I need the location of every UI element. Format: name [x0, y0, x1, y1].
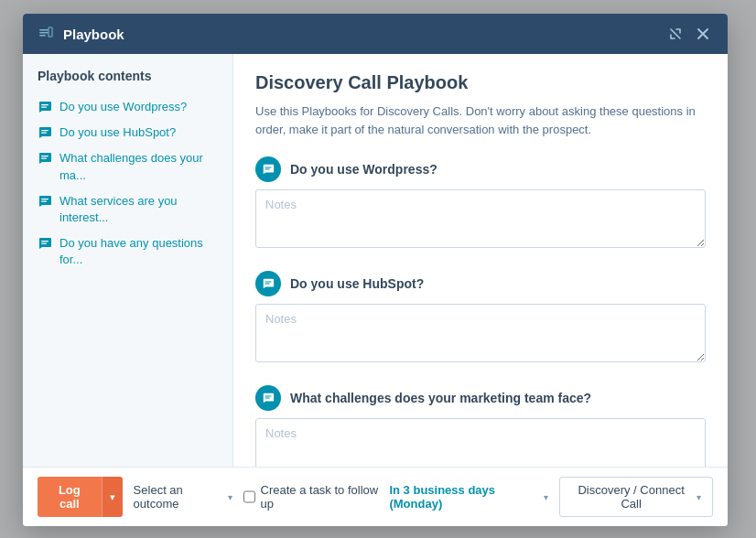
svg-rect-16 — [265, 284, 270, 285]
svg-rect-17 — [265, 395, 272, 396]
question-icon-3 — [255, 385, 281, 411]
svg-rect-2 — [39, 35, 46, 37]
task-followup-label: Create a task to follow up — [261, 483, 384, 511]
chat-icon-2 — [38, 125, 52, 140]
sidebar-item-text-q5: Do you have any questions for... — [59, 235, 218, 268]
svg-rect-8 — [41, 158, 47, 159]
question-text-3: What challenges does your marketing team… — [290, 391, 591, 405]
svg-rect-9 — [41, 199, 49, 199]
svg-rect-5 — [41, 130, 49, 131]
svg-rect-1 — [39, 32, 49, 34]
question-block-2: Do you use HubSpot? — [255, 271, 706, 365]
task-followup-group: Create a task to follow up In 3 business… — [243, 483, 549, 511]
playbook-description: Use this Playbooks for Discovery Calls. … — [255, 102, 706, 138]
question-header-2: Do you use HubSpot? — [255, 271, 706, 296]
sidebar-item-text-q1: Do you use Wordpress? — [59, 99, 187, 115]
close-button[interactable] — [693, 24, 713, 44]
svg-rect-13 — [265, 167, 272, 167]
svg-rect-11 — [41, 241, 49, 242]
sidebar-item-text-q2: Do you use HubSpot? — [59, 124, 176, 141]
sidebar-item-text-q4: What services are you interest... — [59, 193, 218, 226]
notes-textarea-2[interactable] — [255, 304, 706, 362]
question-header-1: Do you use Wordpress? — [255, 156, 706, 182]
task-followup-checkbox[interactable] — [243, 490, 255, 503]
select-outcome-control[interactable]: Select an outcome ▾ — [134, 483, 232, 511]
svg-rect-14 — [265, 169, 270, 170]
call-type-label: Discovery / Connect Call — [571, 483, 691, 511]
log-call-button[interactable]: Log call — [38, 477, 102, 517]
sidebar: Playbook contents Do you use Wordpress? — [23, 54, 233, 467]
select-outcome-chevron-icon: ▾ — [228, 492, 232, 502]
question-text-2: Do you use HubSpot? — [290, 276, 424, 291]
bottom-bar: Log call ▾ Select an outcome ▾ Create a … — [23, 467, 728, 526]
chat-icon-5 — [38, 236, 52, 251]
select-outcome-label: Select an outcome — [134, 483, 224, 511]
call-type-chevron-icon: ▾ — [697, 492, 701, 502]
modal-title: Playbook — [63, 27, 656, 42]
question-block-3: What challenges does your marketing team… — [255, 385, 706, 467]
question-header-3: What challenges does your marketing team… — [255, 385, 706, 411]
svg-rect-12 — [41, 243, 47, 244]
sidebar-item-text-q3: What challenges does your ma... — [59, 150, 218, 183]
sidebar-item-q1[interactable]: Do you use Wordpress? — [23, 94, 232, 120]
question-icon-1 — [255, 156, 281, 182]
question-text-1: Do you use Wordpress? — [290, 162, 437, 177]
chat-icon-3 — [38, 151, 52, 166]
svg-rect-15 — [265, 281, 272, 282]
svg-rect-4 — [41, 107, 47, 108]
playbook-title: Discovery Call Playbook — [255, 72, 706, 93]
sidebar-item-q2[interactable]: Do you use HubSpot? — [23, 120, 232, 145]
notes-textarea-3[interactable] — [255, 418, 706, 467]
modal-header: Playbook — [23, 14, 728, 54]
log-call-dropdown-chevron: ▾ — [110, 491, 115, 502]
svg-rect-7 — [41, 156, 49, 156]
svg-rect-18 — [265, 398, 270, 399]
svg-rect-3 — [41, 104, 49, 105]
notes-textarea-1[interactable] — [255, 189, 706, 248]
task-followup-date[interactable]: In 3 business days (Monday) — [389, 483, 538, 511]
call-type-button[interactable]: Discovery / Connect Call ▾ — [559, 477, 713, 517]
chat-icon-4 — [38, 194, 52, 209]
sidebar-title: Playbook contents — [23, 69, 232, 94]
main-content: Discovery Call Playbook Use this Playboo… — [233, 54, 728, 467]
sidebar-item-q3[interactable]: What challenges does your ma... — [23, 145, 232, 188]
chat-icon-1 — [38, 100, 52, 114]
task-date-chevron-icon: ▾ — [544, 492, 548, 502]
playbook-modal: Playbook Playbook contents — [23, 14, 728, 526]
sidebar-item-q5[interactable]: Do you have any questions for... — [23, 231, 232, 273]
question-icon-2 — [255, 271, 281, 296]
expand-button[interactable] — [665, 24, 686, 44]
playbook-header-icon — [38, 26, 54, 42]
modal-header-actions — [665, 24, 713, 44]
svg-rect-0 — [39, 29, 49, 31]
modal-body: Playbook contents Do you use Wordpress? — [23, 54, 728, 467]
svg-rect-10 — [41, 200, 47, 201]
question-block-1: Do you use Wordpress? — [255, 156, 706, 251]
log-call-group: Log call ▾ — [38, 477, 123, 517]
svg-rect-6 — [41, 133, 47, 134]
log-call-dropdown-button[interactable]: ▾ — [102, 477, 123, 517]
sidebar-item-q4[interactable]: What services are you interest... — [23, 188, 232, 231]
